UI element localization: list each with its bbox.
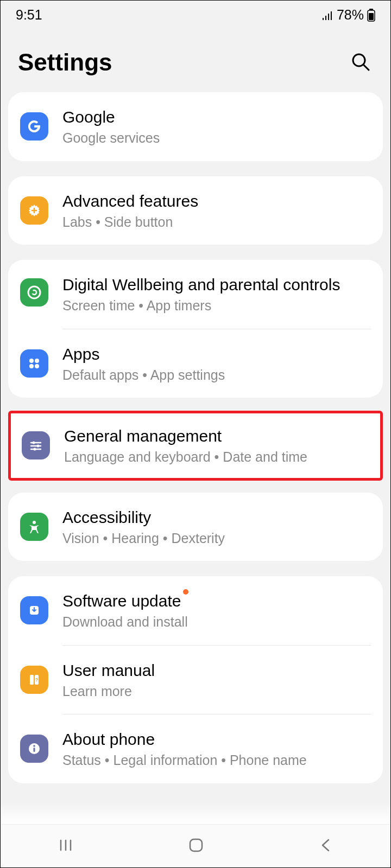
svg-rect-28 [190,839,202,851]
svg-point-17 [33,521,36,524]
svg-rect-2 [369,13,374,20]
row-sub: Download and install [62,613,371,631]
row-title: General management [64,425,222,446]
gear-plus-icon [20,196,48,225]
row-title: Google [62,106,115,127]
svg-rect-19 [30,675,34,685]
apps-icon [20,349,48,378]
row-sub: Vision • Hearing • Dexterity [62,529,371,547]
row-sub: Labs • Side button [62,213,371,231]
row-text: Advanced features Labs • Side button [62,190,371,231]
row-software-update[interactable]: Software update Download and install [8,576,383,645]
row-title: User manual [62,660,155,681]
row-title: Digital Wellbeing and parental controls [62,274,340,295]
row-sub: Learn more [62,682,371,700]
svg-point-9 [29,364,34,368]
row-sub: Status • Legal information • Phone name [62,751,371,769]
row-title: Software update [62,590,181,611]
nav-back[interactable] [302,832,350,860]
highlight-general-management: General management Language and keyboard… [8,411,383,481]
row-text: Software update Download and install [62,590,371,631]
svg-point-14 [37,445,40,448]
nav-home[interactable] [171,831,221,861]
svg-point-6 [32,290,36,295]
home-icon [187,837,205,854]
header: Settings [1,27,390,92]
row-general-management[interactable]: General management Language and keyboard… [11,413,380,478]
row-text: Accessibility Vision • Hearing • Dexteri… [62,507,371,547]
info-icon [20,735,48,763]
svg-point-3 [353,54,365,66]
group-wellbeing-apps: Digital Wellbeing and parental controls … [8,260,383,398]
search-icon [350,66,371,74]
search-button[interactable] [348,49,373,76]
row-text: Google Google services [62,106,371,147]
svg-point-8 [35,359,39,363]
row-accessibility[interactable]: Accessibility Vision • Hearing • Dexteri… [8,493,383,561]
group-google: Google Google services [8,92,383,161]
svg-text:?: ? [35,677,39,682]
row-about-phone[interactable]: About phone Status • Legal information •… [8,714,383,783]
row-text: Apps Default apps • App settings [62,343,371,384]
row-apps[interactable]: Apps Default apps • App settings [8,329,383,398]
row-text: User manual Learn more [62,660,371,700]
status-right: 78% [321,7,375,23]
row-title: About phone [62,729,155,750]
svg-point-12 [33,442,35,444]
battery-percent: 78% [337,7,364,23]
recents-icon [58,837,74,853]
battery-icon [367,9,375,22]
svg-point-5 [28,286,40,298]
nav-bar [1,824,390,867]
row-text: About phone Status • Legal information •… [62,729,371,769]
sliders-icon [22,431,50,459]
row-sub: Language and keyboard • Date and time [64,448,369,466]
back-icon [318,838,333,853]
row-advanced-features[interactable]: Advanced features Labs • Side button [8,176,383,245]
wellbeing-icon [20,278,48,307]
group-accessibility: Accessibility Vision • Hearing • Dexteri… [8,493,383,561]
page-title: Settings [18,49,112,76]
settings-list: Google Google services Advanced features… [1,92,390,807]
svg-point-7 [29,359,34,363]
signal-icon [321,10,333,20]
row-digital-wellbeing[interactable]: Digital Wellbeing and parental controls … [8,260,383,329]
row-text: Digital Wellbeing and parental controls … [62,274,371,315]
status-time: 9:51 [16,7,42,23]
row-text: General management Language and keyboard… [64,425,369,466]
svg-point-16 [34,448,36,451]
accessibility-icon [20,513,48,541]
download-icon [20,596,48,624]
row-sub: Screen time • App timers [62,297,371,315]
row-title: Advanced features [62,190,198,212]
svg-point-23 [33,745,35,747]
group-system: Software update Download and install ? U… [8,576,383,783]
row-google[interactable]: Google Google services [8,92,383,161]
book-icon: ? [20,666,48,694]
svg-line-4 [364,65,369,70]
row-sub: Default apps • App settings [62,366,371,384]
svg-point-10 [35,364,39,368]
group-advanced: Advanced features Labs • Side button [8,176,383,245]
row-title: Apps [62,343,99,365]
update-badge-dot [183,589,188,595]
google-icon [20,112,48,141]
row-title: Accessibility [62,507,151,528]
row-sub: Google services [62,129,371,147]
row-user-manual[interactable]: ? User manual Learn more [8,646,383,714]
svg-rect-24 [34,748,35,752]
nav-recents[interactable] [41,832,90,860]
status-bar: 9:51 78% [1,1,390,27]
